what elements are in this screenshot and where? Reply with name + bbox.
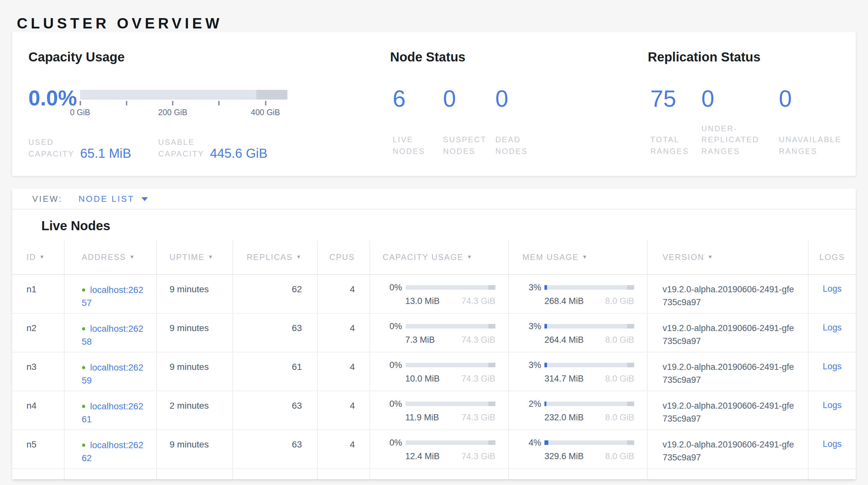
mem-minibar [545,324,634,329]
address-cell: localhost:26258 [64,314,156,352]
logs-link[interactable]: Logs [823,323,842,333]
mem-end-segment [627,324,634,329]
logs-link[interactable]: Logs [823,439,842,449]
replicas-cell: 63 [232,314,317,352]
capacity-total-value: 74.3 GiB [461,412,495,422]
capacity-used-value: 11.9 MiB [405,412,439,422]
capacity-stat-label: USABLE CAPACITY [158,137,204,160]
logs-link[interactable]: Logs [823,284,842,293]
view-dropdown[interactable]: NODE LIST [79,194,148,204]
capacity-used-value: 13.0 MiB [405,296,440,306]
mem-total-value: 8.0 GiB [605,374,634,383]
table-row: n4 localhost:26261 2 minutes 63 4 0% [12,391,856,430]
address-wrap: localhost:26259 [82,361,147,387]
column-header[interactable]: MEM USAGE ▼ [508,240,647,274]
version-cell: v19.2.0-alpha.20190606-2491-gfe735c9a97 [647,430,808,468]
stat-label: SUSPECT NODES [443,135,486,157]
axis-tick-label: 200 GiB [158,108,187,117]
mem-usage-cell: 3% 264.4 MiB 8.0 GiB [508,314,647,352]
capacity-end-segment [488,363,495,367]
capacity-end-segment [488,440,495,445]
column-header-label: VERSION [662,253,704,262]
capacity-used-value: 7.3 MiB [405,335,435,345]
logs-link[interactable]: Logs [823,400,842,410]
logs-cell: Logs [808,352,856,391]
stat-label: UNAVAILABLE RANGES [779,135,841,157]
address-cell: localhost:26261 [64,391,156,429]
stat-value: 0 [779,87,863,111]
view-dropdown-value[interactable]: NODE LIST [79,194,134,204]
table-header: ID ▼ ADDRESS ▼ UPTIME ▼ REPLICAS ▼ [12,240,856,275]
mem-total-value: 8.0 GiB [605,412,634,422]
axis-tick: 400 GiB [251,101,280,117]
node-id-cell: n1 [12,275,64,313]
column-header[interactable]: ID ▼ [12,240,64,274]
axis-tick-mark [218,101,220,106]
column-header[interactable]: REPLICAS ▼ [232,240,317,274]
axis-tick-mark [265,101,266,106]
column-header-label: CAPACITY USAGE [383,253,464,262]
sort-caret-icon: ▼ [39,254,45,260]
capacity-end-segment [488,324,495,329]
logs-cell: Logs [808,391,856,429]
mem-used-segment [545,324,547,329]
version-cell: v19.2.0-alpha.20190606-2491-gfe735c9a97 [647,275,808,313]
address-link[interactable]: localhost:26258 [82,323,144,347]
column-header[interactable]: ADDRESS ▼ [64,240,156,274]
address-link[interactable]: localhost:26257 [82,285,144,308]
capacity-usage-cell: 0% 13.0 MiB 74.3 GiB [369,275,508,313]
mem-used-segment [545,285,547,290]
view-label: VIEW: [32,194,62,204]
stat-label: LIVE NODES [393,135,425,157]
node-status-stat: 6 LIVE NODES [393,87,443,176]
mem-total-value: 8.0 GiB [605,451,634,461]
sort-caret-icon: ▼ [467,254,473,260]
column-header-label: LOGS [819,253,845,262]
capacity-percent: 0% [383,283,402,292]
chevron-down-icon [142,197,148,201]
capacity-stat-value: 65.1 MiB [80,146,131,161]
capacity-usage-chart: 0 GiB 200 GiB [80,90,287,121]
cpus-cell: 4 [317,391,369,429]
mem-end-segment [627,363,634,367]
capacity-minibar [405,324,495,329]
axis-tick: 0 GiB [70,101,90,117]
node-status-stats: 6 LIVE NODES 0 SUSPECT NODES 0 DEAD NODE… [393,87,573,176]
mem-usage-cell: 2% 232.0 MiB 8.0 GiB [508,391,647,429]
column-header[interactable]: CAPACITY USAGE ▼ [369,240,508,274]
version-cell: v19.2.0-alpha.20190606-2491-gfe735c9a97 [647,352,808,391]
capacity-bar [80,90,287,99]
column-header[interactable]: VERSION ▼ [647,240,808,274]
table-row: n5 localhost:26262 9 minutes 63 4 0% [12,430,856,469]
live-status-dot-icon [82,288,85,292]
node-id-cell: n2 [12,314,64,352]
view-bar: VIEW: NODE LIST [12,189,856,209]
logs-cell: Logs [808,314,856,352]
capacity-stat: USED CAPACITY 65.1 MiB [28,137,152,160]
column-header-label: MEM USAGE [523,253,579,262]
column-header[interactable]: CPUS [317,240,369,274]
address-link[interactable]: localhost:26261 [82,401,144,424]
capacity-usage-cell: 0% 12.4 MiB 74.3 GiB [369,430,508,468]
capacity-axis: 0 GiB 200 GiB [80,99,287,121]
logs-link[interactable]: Logs [823,362,842,371]
column-header[interactable]: LOGS [808,240,856,274]
capacity-percent: 0% [383,321,402,331]
live-status-dot-icon [82,444,85,447]
node-status-stat: 0 DEAD NODES [495,87,573,176]
mem-used-value: 329.6 MiB [545,451,584,461]
mem-usage-cell: 4% 329.6 MiB 8.0 GiB [508,430,647,468]
cpus-cell: 4 [317,314,369,352]
mem-percent: 2% [522,399,541,409]
address-link[interactable]: localhost:26262 [82,440,144,463]
axis-tick [218,101,220,106]
mem-end-segment [627,402,634,406]
stat-value: 75 [650,87,702,111]
stat-value: 6 [393,87,443,111]
address-wrap: localhost:26262 [82,438,147,464]
capacity-stat: USABLE CAPACITY 445.6 GiB [158,137,282,160]
address-link[interactable]: localhost:26259 [82,362,144,386]
column-header[interactable]: UPTIME ▼ [156,240,232,274]
axis-tick-label: 0 GiB [70,108,90,117]
mem-used-segment [545,440,548,445]
